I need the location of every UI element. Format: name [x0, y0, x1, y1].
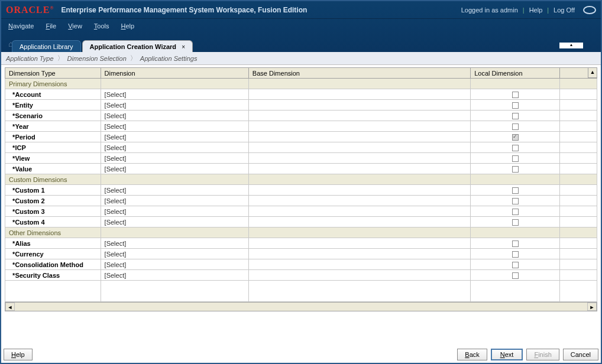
dimension-select-cell[interactable]: [Select] [101, 259, 248, 270]
table-row: *Custom 1[Select] [5, 185, 597, 196]
col-header-dimension[interactable]: Dimension [101, 68, 248, 79]
close-icon[interactable]: × [182, 44, 185, 50]
extra-cell [560, 100, 597, 110]
dimension-select-cell[interactable]: [Select] [101, 206, 248, 217]
menu-file[interactable]: File [46, 22, 56, 30]
checkbox-icon[interactable] [512, 251, 519, 258]
local-dimension-cell[interactable] [471, 259, 560, 270]
dimension-select-cell[interactable]: [Select] [101, 100, 248, 110]
dimension-select-cell[interactable]: [Select] [101, 217, 248, 228]
checkbox-icon[interactable] [512, 145, 519, 151]
local-dimension-cell[interactable] [471, 89, 560, 100]
extra-cell [560, 249, 597, 259]
horizontal-scrollbar[interactable]: ◄ ► [5, 302, 597, 311]
checkbox-icon[interactable] [512, 187, 519, 194]
local-dimension-cell[interactable] [471, 249, 560, 259]
dimension-select-cell[interactable]: [Select] [101, 110, 248, 121]
checkbox-icon[interactable] [512, 134, 519, 141]
dimension-select-cell[interactable]: [Select] [101, 249, 248, 259]
help-button[interactable]: Help [4, 349, 33, 360]
col-header-type[interactable]: Dimension Type [5, 68, 101, 79]
app-title: Enterprise Performance Management System… [61, 6, 307, 14]
checkbox-icon[interactable] [512, 124, 519, 130]
dimension-type-cell: *Custom 1 [5, 185, 101, 196]
local-dimension-cell[interactable] [471, 110, 560, 121]
cancel-button[interactable]: Cancel [563, 349, 598, 360]
checkbox-icon[interactable] [512, 198, 519, 204]
tab-application-library[interactable]: Application Library [12, 40, 81, 52]
dimension-type-cell: *Alias [5, 238, 101, 249]
local-dimension-cell[interactable] [471, 142, 560, 153]
help-link[interactable]: Help [529, 6, 543, 14]
separator: | [523, 6, 525, 14]
checkbox-icon[interactable] [512, 209, 519, 215]
local-dimension-cell[interactable] [471, 196, 560, 206]
grid-container: ▲ Dimension Type Dimension Base Dimensio… [1, 65, 601, 302]
filler-row [5, 281, 597, 302]
content-area: Application Type 〉 Dimension Selection 〉… [1, 52, 601, 364]
footer: Help Back Next Finish Cancel [4, 349, 598, 360]
dimension-type-cell: *Scenario [5, 110, 101, 121]
dimension-select-cell[interactable]: [Select] [101, 196, 248, 206]
menu-view[interactable]: View [68, 22, 82, 30]
tab-application-creation-wizard[interactable]: Application Creation Wizard × [82, 40, 193, 52]
checkbox-icon[interactable] [512, 166, 519, 173]
logoff-link[interactable]: Log Off [554, 6, 575, 14]
table-row: *Security Class[Select] [5, 270, 597, 281]
local-dimension-cell[interactable] [471, 121, 560, 132]
extra-cell [560, 110, 597, 121]
table-row: *Entity[Select] [5, 100, 597, 110]
dimension-type-cell: *Currency [5, 249, 101, 259]
dimension-select-cell[interactable]: [Select] [101, 164, 248, 174]
breadcrumb-step-2[interactable]: Dimension Selection [67, 55, 127, 62]
dimension-select-cell[interactable]: [Select] [101, 270, 248, 281]
dimension-select-cell[interactable]: [Select] [101, 238, 248, 249]
checkbox-icon[interactable] [512, 262, 519, 268]
col-header-base[interactable]: Base Dimension [248, 68, 470, 79]
checkbox-icon[interactable] [512, 240, 519, 247]
local-dimension-cell[interactable] [471, 270, 560, 281]
dimension-type-cell: *Year [5, 121, 101, 132]
local-dimension-cell[interactable] [471, 132, 560, 142]
checkbox-icon[interactable] [512, 102, 519, 109]
local-dimension-cell[interactable] [471, 217, 560, 228]
oracle-logo: ORACLE® [6, 5, 54, 15]
header: ORACLE® Enterprise Performance Managemen… [1, 1, 601, 52]
menu-navigate[interactable]: Navigate [8, 22, 34, 30]
dimension-select-cell[interactable]: [Select] [101, 132, 248, 142]
dimension-select-cell[interactable]: [Select] [101, 89, 248, 100]
local-dimension-cell[interactable] [471, 206, 560, 217]
checkbox-icon[interactable] [512, 113, 519, 119]
base-dimension-cell [248, 164, 470, 174]
collapse-toggle-icon[interactable]: ▴ [559, 43, 583, 48]
local-dimension-cell[interactable] [471, 153, 560, 164]
checkbox-icon[interactable] [512, 272, 519, 279]
section-label: Custom Dimensions [5, 174, 101, 185]
checkbox-icon[interactable] [512, 92, 519, 98]
checkbox-icon[interactable] [512, 219, 519, 226]
next-button[interactable]: Next [491, 349, 523, 360]
scroll-up-icon[interactable]: ▲ [588, 67, 597, 78]
brand-oval-icon [583, 6, 596, 14]
dimension-select-cell[interactable]: [Select] [101, 153, 248, 164]
back-button[interactable]: Back [457, 349, 487, 360]
breadcrumb-step-1[interactable]: Application Type [6, 55, 54, 62]
base-dimension-cell [248, 121, 470, 132]
dimension-select-cell[interactable]: [Select] [101, 142, 248, 153]
menu-tools[interactable]: Tools [94, 22, 109, 30]
scroll-left-icon[interactable]: ◄ [5, 303, 15, 311]
extra-cell [560, 238, 597, 249]
table-row: *Period[Select] [5, 132, 597, 142]
breadcrumb-step-3[interactable]: Application Settings [140, 55, 198, 62]
local-dimension-cell[interactable] [471, 185, 560, 196]
local-dimension-cell[interactable] [471, 238, 560, 249]
local-dimension-cell[interactable] [471, 164, 560, 174]
dimension-select-cell[interactable]: [Select] [101, 185, 248, 196]
local-dimension-cell[interactable] [471, 100, 560, 110]
scroll-right-icon[interactable]: ► [587, 303, 597, 311]
dimension-select-cell[interactable]: [Select] [101, 121, 248, 132]
checkbox-icon[interactable] [512, 155, 519, 162]
menu-help[interactable]: Help [121, 22, 135, 30]
base-dimension-cell [248, 249, 470, 259]
col-header-local[interactable]: Local Dimension [471, 68, 560, 79]
